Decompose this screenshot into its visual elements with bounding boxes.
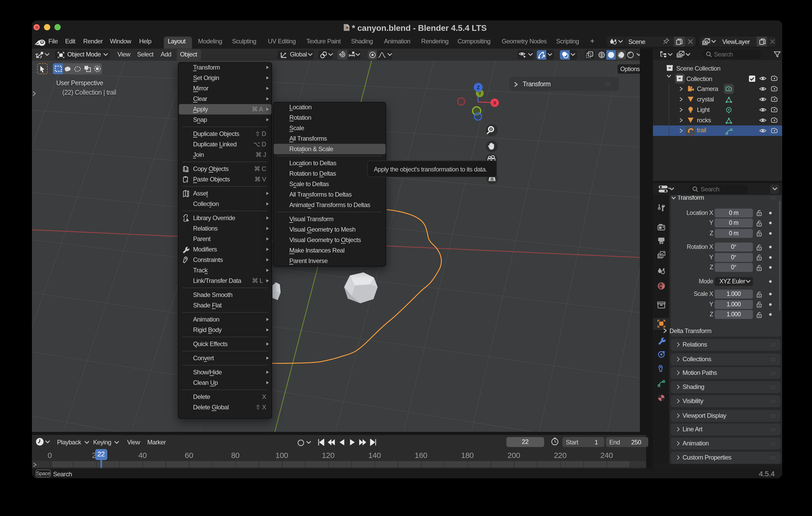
svg-text:Z: Z [476, 85, 480, 90]
svg-text:Y: Y [478, 91, 481, 96]
svg-text:X: X [493, 100, 496, 105]
